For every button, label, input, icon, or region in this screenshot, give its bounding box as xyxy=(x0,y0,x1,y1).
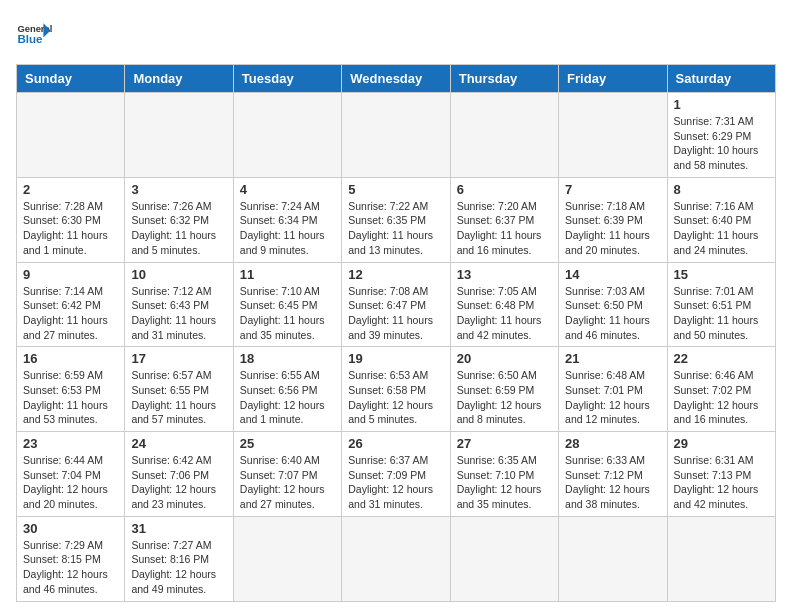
calendar-day-cell: 24Sunrise: 6:42 AMSunset: 7:06 PMDayligh… xyxy=(125,432,233,517)
calendar-week-row: 30Sunrise: 7:29 AMSunset: 8:15 PMDayligh… xyxy=(17,516,776,601)
calendar-day-cell-empty xyxy=(667,516,775,601)
calendar-day-cell-empty xyxy=(233,516,341,601)
calendar-week-row: 2Sunrise: 7:28 AMSunset: 6:30 PMDaylight… xyxy=(17,177,776,262)
calendar-day-cell: 4Sunrise: 7:24 AMSunset: 6:34 PMDaylight… xyxy=(233,177,341,262)
calendar-day-cell: 9Sunrise: 7:14 AMSunset: 6:42 PMDaylight… xyxy=(17,262,125,347)
day-number: 28 xyxy=(565,436,660,451)
weekday-header: Thursday xyxy=(450,65,558,93)
calendar-week-row: 16Sunrise: 6:59 AMSunset: 6:53 PMDayligh… xyxy=(17,347,776,432)
day-info: Sunrise: 7:28 AMSunset: 6:30 PMDaylight:… xyxy=(23,199,118,258)
day-info: Sunrise: 7:31 AMSunset: 6:29 PMDaylight:… xyxy=(674,114,769,173)
calendar-day-cell: 16Sunrise: 6:59 AMSunset: 6:53 PMDayligh… xyxy=(17,347,125,432)
day-number: 2 xyxy=(23,182,118,197)
day-number: 19 xyxy=(348,351,443,366)
day-info: Sunrise: 6:50 AMSunset: 6:59 PMDaylight:… xyxy=(457,368,552,427)
weekday-header: Friday xyxy=(559,65,667,93)
day-info: Sunrise: 7:12 AMSunset: 6:43 PMDaylight:… xyxy=(131,284,226,343)
day-info: Sunrise: 6:37 AMSunset: 7:09 PMDaylight:… xyxy=(348,453,443,512)
calendar-day-cell: 15Sunrise: 7:01 AMSunset: 6:51 PMDayligh… xyxy=(667,262,775,347)
calendar-day-cell: 26Sunrise: 6:37 AMSunset: 7:09 PMDayligh… xyxy=(342,432,450,517)
calendar-day-cell: 8Sunrise: 7:16 AMSunset: 6:40 PMDaylight… xyxy=(667,177,775,262)
day-info: Sunrise: 6:48 AMSunset: 7:01 PMDaylight:… xyxy=(565,368,660,427)
calendar-day-cell: 19Sunrise: 6:53 AMSunset: 6:58 PMDayligh… xyxy=(342,347,450,432)
calendar-day-cell: 6Sunrise: 7:20 AMSunset: 6:37 PMDaylight… xyxy=(450,177,558,262)
day-number: 25 xyxy=(240,436,335,451)
day-number: 24 xyxy=(131,436,226,451)
weekday-header: Sunday xyxy=(17,65,125,93)
calendar-body: 1Sunrise: 7:31 AMSunset: 6:29 PMDaylight… xyxy=(17,93,776,602)
day-number: 11 xyxy=(240,267,335,282)
day-number: 1 xyxy=(674,97,769,112)
day-number: 8 xyxy=(674,182,769,197)
day-number: 29 xyxy=(674,436,769,451)
header: General Blue xyxy=(16,16,776,52)
day-number: 21 xyxy=(565,351,660,366)
calendar-day-cell xyxy=(342,93,450,178)
calendar-day-cell: 22Sunrise: 6:46 AMSunset: 7:02 PMDayligh… xyxy=(667,347,775,432)
day-number: 6 xyxy=(457,182,552,197)
calendar-day-cell: 31Sunrise: 7:27 AMSunset: 8:16 PMDayligh… xyxy=(125,516,233,601)
day-number: 23 xyxy=(23,436,118,451)
day-info: Sunrise: 6:59 AMSunset: 6:53 PMDaylight:… xyxy=(23,368,118,427)
calendar-day-cell xyxy=(233,93,341,178)
calendar-table: SundayMondayTuesdayWednesdayThursdayFrid… xyxy=(16,64,776,602)
calendar-week-row: 1Sunrise: 7:31 AMSunset: 6:29 PMDaylight… xyxy=(17,93,776,178)
day-info: Sunrise: 6:31 AMSunset: 7:13 PMDaylight:… xyxy=(674,453,769,512)
general-blue-logo: General Blue xyxy=(16,16,52,52)
day-info: Sunrise: 6:44 AMSunset: 7:04 PMDaylight:… xyxy=(23,453,118,512)
day-info: Sunrise: 7:18 AMSunset: 6:39 PMDaylight:… xyxy=(565,199,660,258)
day-info: Sunrise: 6:55 AMSunset: 6:56 PMDaylight:… xyxy=(240,368,335,427)
logo: General Blue xyxy=(16,16,52,52)
day-number: 3 xyxy=(131,182,226,197)
day-number: 7 xyxy=(565,182,660,197)
calendar-day-cell: 12Sunrise: 7:08 AMSunset: 6:47 PMDayligh… xyxy=(342,262,450,347)
day-info: Sunrise: 7:08 AMSunset: 6:47 PMDaylight:… xyxy=(348,284,443,343)
day-info: Sunrise: 7:29 AMSunset: 8:15 PMDaylight:… xyxy=(23,538,118,597)
calendar-day-cell: 7Sunrise: 7:18 AMSunset: 6:39 PMDaylight… xyxy=(559,177,667,262)
day-number: 13 xyxy=(457,267,552,282)
calendar-day-cell: 11Sunrise: 7:10 AMSunset: 6:45 PMDayligh… xyxy=(233,262,341,347)
calendar-day-cell: 2Sunrise: 7:28 AMSunset: 6:30 PMDaylight… xyxy=(17,177,125,262)
day-number: 30 xyxy=(23,521,118,536)
calendar-day-cell: 13Sunrise: 7:05 AMSunset: 6:48 PMDayligh… xyxy=(450,262,558,347)
weekday-header: Saturday xyxy=(667,65,775,93)
calendar-day-cell xyxy=(17,93,125,178)
day-number: 9 xyxy=(23,267,118,282)
day-info: Sunrise: 7:01 AMSunset: 6:51 PMDaylight:… xyxy=(674,284,769,343)
day-number: 10 xyxy=(131,267,226,282)
day-number: 27 xyxy=(457,436,552,451)
day-info: Sunrise: 7:05 AMSunset: 6:48 PMDaylight:… xyxy=(457,284,552,343)
calendar-day-cell xyxy=(450,93,558,178)
calendar-day-cell: 10Sunrise: 7:12 AMSunset: 6:43 PMDayligh… xyxy=(125,262,233,347)
day-number: 26 xyxy=(348,436,443,451)
calendar-day-cell: 14Sunrise: 7:03 AMSunset: 6:50 PMDayligh… xyxy=(559,262,667,347)
day-info: Sunrise: 6:57 AMSunset: 6:55 PMDaylight:… xyxy=(131,368,226,427)
calendar-day-cell: 27Sunrise: 6:35 AMSunset: 7:10 PMDayligh… xyxy=(450,432,558,517)
day-info: Sunrise: 7:27 AMSunset: 8:16 PMDaylight:… xyxy=(131,538,226,597)
calendar-day-cell: 30Sunrise: 7:29 AMSunset: 8:15 PMDayligh… xyxy=(17,516,125,601)
day-number: 5 xyxy=(348,182,443,197)
day-info: Sunrise: 7:14 AMSunset: 6:42 PMDaylight:… xyxy=(23,284,118,343)
day-info: Sunrise: 6:33 AMSunset: 7:12 PMDaylight:… xyxy=(565,453,660,512)
calendar-week-row: 9Sunrise: 7:14 AMSunset: 6:42 PMDaylight… xyxy=(17,262,776,347)
day-info: Sunrise: 7:10 AMSunset: 6:45 PMDaylight:… xyxy=(240,284,335,343)
weekday-header: Tuesday xyxy=(233,65,341,93)
calendar-day-cell: 28Sunrise: 6:33 AMSunset: 7:12 PMDayligh… xyxy=(559,432,667,517)
day-info: Sunrise: 7:20 AMSunset: 6:37 PMDaylight:… xyxy=(457,199,552,258)
day-number: 18 xyxy=(240,351,335,366)
day-number: 4 xyxy=(240,182,335,197)
day-info: Sunrise: 6:40 AMSunset: 7:07 PMDaylight:… xyxy=(240,453,335,512)
calendar-day-cell: 3Sunrise: 7:26 AMSunset: 6:32 PMDaylight… xyxy=(125,177,233,262)
weekday-header: Monday xyxy=(125,65,233,93)
day-number: 14 xyxy=(565,267,660,282)
calendar-day-cell: 29Sunrise: 6:31 AMSunset: 7:13 PMDayligh… xyxy=(667,432,775,517)
day-info: Sunrise: 7:24 AMSunset: 6:34 PMDaylight:… xyxy=(240,199,335,258)
day-number: 31 xyxy=(131,521,226,536)
day-info: Sunrise: 6:35 AMSunset: 7:10 PMDaylight:… xyxy=(457,453,552,512)
day-number: 12 xyxy=(348,267,443,282)
day-info: Sunrise: 7:03 AMSunset: 6:50 PMDaylight:… xyxy=(565,284,660,343)
day-number: 20 xyxy=(457,351,552,366)
day-info: Sunrise: 6:42 AMSunset: 7:06 PMDaylight:… xyxy=(131,453,226,512)
day-info: Sunrise: 7:26 AMSunset: 6:32 PMDaylight:… xyxy=(131,199,226,258)
day-info: Sunrise: 7:22 AMSunset: 6:35 PMDaylight:… xyxy=(348,199,443,258)
